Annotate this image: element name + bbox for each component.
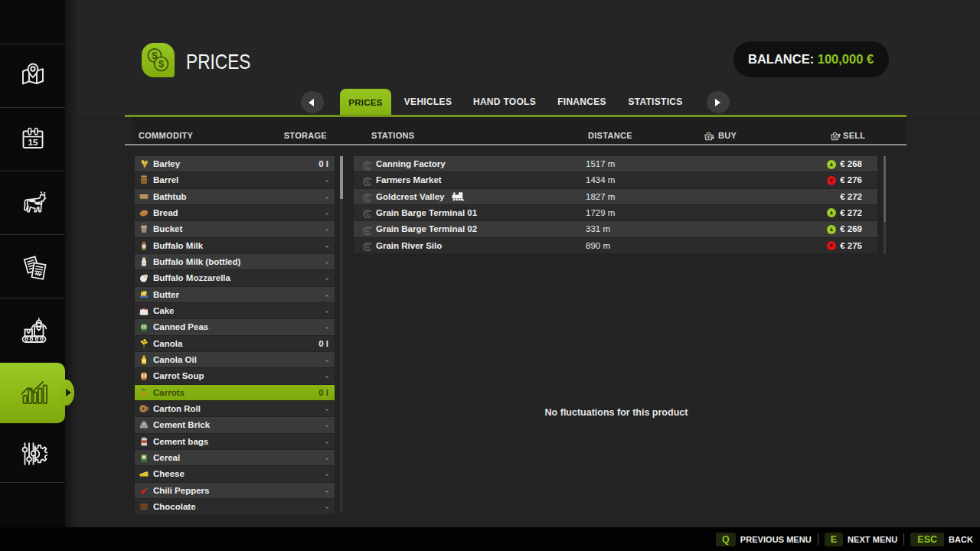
svg-text:$: $ xyxy=(158,59,164,70)
svg-text:15: 15 xyxy=(28,138,38,147)
